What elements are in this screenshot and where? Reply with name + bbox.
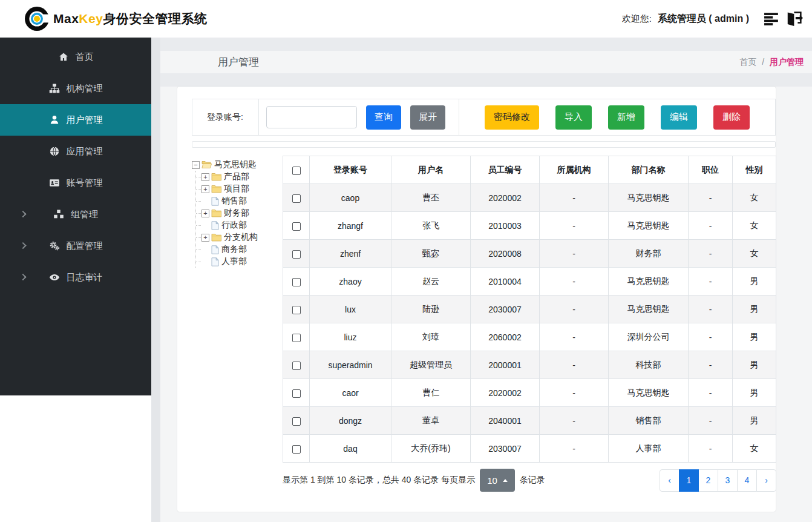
tree-node[interactable]: −马克思钥匙 (192, 159, 283, 171)
table-row[interactable]: dongz董卓2040001-销售部-男 (283, 407, 776, 435)
sidebar-item-eye[interactable]: 日志审计 (0, 262, 151, 293)
sidebar-item-sitemap[interactable]: 机构管理 (0, 73, 151, 104)
tree-node[interactable]: +产品部 (196, 171, 283, 183)
tree-node[interactable]: 人事部 (196, 256, 283, 268)
tree-node[interactable]: +财务部 (196, 207, 283, 219)
content-card: 登录账号: 查询 展开 密码修改导入新增编辑删除 −马克思钥匙+产品部+项目部销… (177, 87, 776, 512)
table-cell: - (689, 240, 733, 268)
chevron-right-icon (19, 242, 26, 249)
row-select-cell (283, 184, 310, 212)
logout-icon[interactable] (785, 10, 804, 28)
prev-page-button[interactable]: ‹ (660, 469, 679, 492)
action-button-5[interactable]: 删除 (713, 105, 750, 130)
tree-node-label[interactable]: 销售部 (221, 196, 247, 206)
page-button-3[interactable]: 3 (718, 469, 738, 492)
file-icon (211, 245, 219, 254)
folder-icon (211, 173, 221, 181)
tree-node[interactable]: 销售部 (196, 195, 283, 207)
query-button[interactable]: 查询 (366, 105, 401, 130)
table-cell: 董卓 (391, 407, 471, 435)
tree-node[interactable]: 行政部 (196, 219, 283, 231)
table-row[interactable]: lux陆逊2030007-马克思钥匙-男 (283, 296, 776, 323)
table-row[interactable]: liuz刘璋2060002-深圳分公司-男 (283, 323, 776, 351)
sidebar-item-cubes[interactable]: 组管理 (0, 199, 151, 230)
select-all-checkbox[interactable] (292, 167, 301, 175)
table-cell: - (540, 184, 609, 212)
search-toolbar: 登录账号: 查询 展开 密码修改导入新增编辑删除 (192, 99, 776, 136)
sidebar-item-gears[interactable]: 配置管理 (0, 230, 151, 262)
expand-toggle-icon[interactable]: + (201, 234, 209, 242)
table-cell: 超级管理员 (391, 351, 471, 379)
file-icon (211, 221, 219, 230)
tree-node-label[interactable]: 分支机构 (223, 232, 258, 243)
table-cell: 2020002 (471, 184, 540, 212)
row-select-cell (283, 435, 310, 463)
expand-toggle-icon[interactable]: + (201, 210, 209, 217)
table-cell: 深圳分公司 (609, 323, 689, 351)
action-button-4[interactable]: 编辑 (661, 105, 697, 130)
tree-node-label[interactable]: 财务部 (223, 208, 249, 219)
sidebar-item-id-card[interactable]: 账号管理 (0, 167, 151, 199)
tree-node-label[interactable]: 人事部 (221, 256, 247, 267)
tree-node[interactable]: +项目部 (196, 183, 283, 195)
list-icon[interactable] (764, 11, 779, 27)
sidebar-item-user[interactable]: 用户管理 (0, 104, 151, 136)
action-button-2[interactable]: 导入 (555, 105, 592, 130)
column-header: 登录账号 (310, 156, 391, 184)
tree-node[interactable]: +分支机构 (196, 231, 283, 243)
row-checkbox[interactable] (292, 278, 301, 286)
next-page-button[interactable]: › (756, 469, 776, 492)
folder-icon (211, 233, 221, 242)
table-row[interactable]: caop曹丕2020002-马克思钥匙-女 (283, 184, 776, 212)
tree-node-label[interactable]: 商务部 (221, 244, 247, 255)
globe-icon (49, 146, 60, 157)
action-button-3[interactable]: 新增 (608, 105, 644, 130)
expand-toggle-icon[interactable]: + (201, 173, 209, 181)
page-size-dropdown[interactable]: 10 (480, 469, 515, 492)
column-header: 性别 (733, 156, 776, 184)
search-controls: 查询 展开 (259, 99, 459, 135)
table-cell: - (689, 379, 733, 407)
table-row[interactable]: zhenf甄宓2020008-财务部-女 (283, 240, 776, 268)
table-cell: - (540, 212, 609, 240)
pagination-summary: 显示第 1 到第 10 条记录，总共 40 条记录 每页显示 10 条记录 (283, 469, 545, 492)
table-cell: - (689, 323, 733, 351)
row-checkbox[interactable] (292, 250, 301, 259)
row-checkbox[interactable] (292, 334, 301, 342)
table-cell: - (689, 296, 733, 323)
page-button-1[interactable]: 1 (679, 469, 699, 492)
tree-node[interactable]: 商务部 (196, 243, 283, 256)
tree-node-label[interactable]: 马克思钥匙 (214, 159, 257, 170)
page-button-4[interactable]: 4 (737, 469, 757, 492)
row-checkbox[interactable] (292, 445, 301, 454)
search-input[interactable] (266, 106, 357, 128)
table-row[interactable]: zhaoy赵云2010004-马克思钥匙-男 (283, 268, 776, 296)
page-button-2[interactable]: 2 (698, 469, 718, 492)
tree-node-label[interactable]: 项目部 (223, 183, 249, 194)
table-cell: - (540, 240, 609, 268)
table-cell: 刘璋 (391, 323, 471, 351)
welcome-label: 欢迎您: (622, 13, 652, 25)
table-row[interactable]: superadmin超级管理员2000001-科技部-男 (283, 351, 776, 379)
breadcrumb-home[interactable]: 首页 (739, 57, 756, 67)
sidebar-item-home[interactable]: 首页 (0, 41, 151, 73)
action-button-1[interactable]: 密码修改 (485, 105, 539, 130)
sidebar-item-globe[interactable]: 应用管理 (0, 136, 151, 167)
page-size-value: 10 (487, 475, 497, 486)
row-checkbox[interactable] (292, 417, 301, 426)
table-row[interactable]: caor曹仁2020002-马克思钥匙-男 (283, 379, 776, 407)
tree-node-label[interactable]: 产品部 (223, 171, 249, 182)
row-checkbox[interactable] (292, 194, 301, 203)
row-checkbox[interactable] (292, 362, 301, 370)
gears-icon (49, 240, 60, 251)
row-checkbox[interactable] (292, 222, 301, 231)
table-row[interactable]: daq大乔(乔玮)2030007-人事部-女 (283, 435, 776, 463)
tree-node-label[interactable]: 行政部 (221, 220, 247, 231)
expand-toggle-icon[interactable]: + (201, 185, 209, 193)
title-band: 用户管理 首页 / 用户管理 (160, 51, 812, 73)
table-row[interactable]: zhangf张飞2010003-马克思钥匙-女 (283, 212, 776, 240)
row-checkbox[interactable] (292, 389, 301, 398)
collapse-toggle-icon[interactable]: − (192, 161, 200, 169)
expand-button[interactable]: 展开 (410, 105, 445, 130)
row-checkbox[interactable] (292, 306, 301, 314)
